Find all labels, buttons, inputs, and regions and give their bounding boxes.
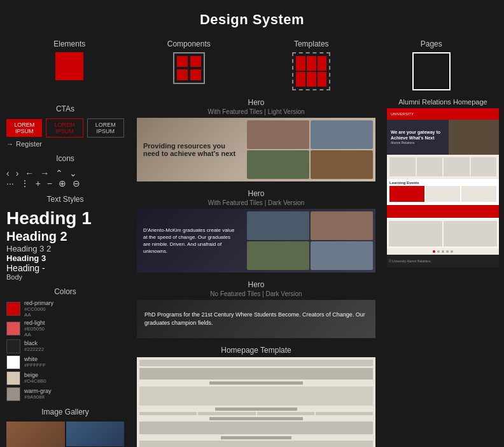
alumni-grid-3 xyxy=(444,157,470,176)
chevron-down-icon[interactable]: ⌄ xyxy=(69,168,77,178)
hero-dark-image: D'Ariento-McKim graduates create value a… xyxy=(137,209,375,273)
alumni-event-list xyxy=(389,186,496,202)
alumni-footer: © University Alumni Relations xyxy=(387,255,499,267)
text-styles-section: Heading 1 Heading 2 Heading 3 2 Heading … xyxy=(6,209,124,281)
alumni-events-section: Learning Events xyxy=(387,179,499,204)
alumni-hero-sub: Alumni Relations xyxy=(391,141,445,145)
hpt-local-header xyxy=(139,360,373,366)
hero-light-image: Providing resources you need to achieve … xyxy=(137,118,375,181)
register-link[interactable]: → Register xyxy=(6,140,124,148)
hero-dark-tile-2 xyxy=(311,211,373,240)
alumni-dot-1 xyxy=(433,250,435,253)
alumni-dot-3 xyxy=(442,250,444,253)
gallery-label: Image Gallery xyxy=(6,408,124,416)
red-primary-swatch xyxy=(6,302,20,316)
hero-tile-3 xyxy=(247,150,309,179)
alumni-dot-4 xyxy=(446,250,449,253)
plus-icon[interactable]: + xyxy=(36,178,41,188)
heading3-style: Heading 3 xyxy=(6,253,124,263)
hero-tile-4 xyxy=(311,150,373,179)
minus-icon[interactable]: − xyxy=(47,178,52,188)
homepage-template-preview xyxy=(137,357,375,447)
color-white: white #FFFFFF xyxy=(6,355,124,369)
chevron-left-icon[interactable]: ‹ xyxy=(6,168,10,178)
alumni-grid-2 xyxy=(417,157,443,176)
colors-label: Colors xyxy=(6,287,124,296)
alumni-hero-section: We are your gateway to Achieve What's Ne… xyxy=(387,120,499,155)
nav-row: Elements Components Templates Pages xyxy=(0,34,504,98)
ctas-label: CTAs xyxy=(6,104,124,113)
alumni-label: Alumni Relations Homepage xyxy=(387,98,499,106)
alumni-grid-4 xyxy=(471,157,497,176)
color-red-light: red-light #E05050 AA xyxy=(6,320,124,337)
color-red-primary: red-primary #CC0000 AA xyxy=(6,300,124,318)
icons-section: ‹ › ← → ⌃ ⌄ ··· ⋮ + − ⊕ ⊖ xyxy=(6,168,124,188)
hero-dark-tile-3 xyxy=(247,241,309,270)
heading1-style: Heading 1 xyxy=(6,209,124,229)
body-style: Body xyxy=(6,273,124,281)
alumni-news-1 xyxy=(389,221,442,246)
nav-templates[interactable]: Templates xyxy=(292,39,330,90)
alumni-hero-right xyxy=(449,120,499,155)
alumni-header-text: UNIVERSITY xyxy=(391,112,414,116)
hpt-quick-links xyxy=(139,412,373,415)
alumni-footer-text: © University Alumni Relations xyxy=(389,259,431,263)
cta-red-button[interactable]: LOREM IPSUM xyxy=(6,119,42,137)
alumni-header-bar: UNIVERSITY xyxy=(387,108,499,120)
heading-dash-style: Heading - xyxy=(6,263,124,273)
hero-dark-text: D'Ariento-McKim graduates create value a… xyxy=(143,227,238,255)
left-panel: CTAs LOREM IPSUM LOREM IPSUM LOREM IPSUM… xyxy=(0,98,130,447)
elements-icon xyxy=(55,52,83,80)
alumni-grid-1 xyxy=(389,157,416,176)
hero-no-tiles-text: PhD Programs for the 21st Century Where … xyxy=(144,311,368,327)
icons-line-1: ‹ › ← → ⌃ ⌄ xyxy=(6,168,124,178)
arrow-left-icon[interactable]: ← xyxy=(25,168,34,178)
homepage-template-block: Homepage Template xyxy=(137,346,375,447)
alumni-dot-5 xyxy=(451,250,453,253)
heading3-2-style: Heading 3 2 xyxy=(6,244,124,253)
hero-dark-tile-1 xyxy=(247,211,309,240)
alumni-news-section xyxy=(387,219,499,248)
arrow-right-icon[interactable]: → xyxy=(40,168,49,178)
hero-light-text: Providing resources you need to achieve … xyxy=(143,142,238,157)
cta-outline-white-button[interactable]: LOREM IPSUM xyxy=(87,118,124,138)
gallery-img-2 xyxy=(66,422,125,446)
homepage-template-label: Homepage Template xyxy=(137,346,375,355)
alumni-dots xyxy=(387,248,499,255)
black-swatch xyxy=(6,339,20,353)
icons-label: Icons xyxy=(6,154,124,163)
chevron-up-icon[interactable]: ⌃ xyxy=(55,168,63,178)
minus-circle-icon[interactable]: ⊖ xyxy=(73,178,80,188)
hero-tile-1 xyxy=(247,120,309,149)
arrow-icon: → xyxy=(6,140,13,148)
hpt-news-label xyxy=(209,381,303,385)
components-icon xyxy=(173,52,205,84)
hero-light-block: Hero With Featured Tiles | Light Version… xyxy=(137,98,375,181)
hpt-quick-links-label xyxy=(215,408,297,411)
text-styles-label: Text Styles xyxy=(6,195,124,204)
red-light-swatch xyxy=(6,322,20,336)
hero-no-tiles-image: PhD Programs for the 21st Century Where … xyxy=(137,300,375,338)
alumni-event-featured xyxy=(389,186,424,202)
gallery-grid xyxy=(6,422,124,447)
nav-elements[interactable]: Elements xyxy=(53,39,85,80)
hpt-video-gallery xyxy=(139,422,373,434)
hpt-events-label xyxy=(221,436,291,439)
ellipsis-h-icon[interactable]: ··· xyxy=(6,178,14,188)
alumni-event-1 xyxy=(426,186,461,202)
heading2-style: Heading 2 xyxy=(6,229,124,244)
alumni-preview: UNIVERSITY We are your gateway to Achiev… xyxy=(387,108,499,267)
plus-circle-icon[interactable]: ⊕ xyxy=(59,178,66,188)
beige-swatch xyxy=(6,371,20,385)
alumni-red-section xyxy=(387,205,499,218)
page-title: Design System xyxy=(0,11,504,28)
alumni-hero-title: We are your gateway to Achieve What's Ne… xyxy=(391,130,445,141)
nav-pages[interactable]: Pages xyxy=(412,39,451,90)
warm-gray-swatch xyxy=(6,387,20,401)
gallery-img-1 xyxy=(6,422,65,447)
cta-row: LOREM IPSUM LOREM IPSUM LOREM IPSUM xyxy=(6,118,124,138)
cta-outline-red-button[interactable]: LOREM IPSUM xyxy=(46,118,83,138)
nav-components[interactable]: Components xyxy=(167,39,211,84)
ellipsis-v-icon[interactable]: ⋮ xyxy=(20,178,29,188)
chevron-right-icon[interactable]: › xyxy=(16,168,19,178)
